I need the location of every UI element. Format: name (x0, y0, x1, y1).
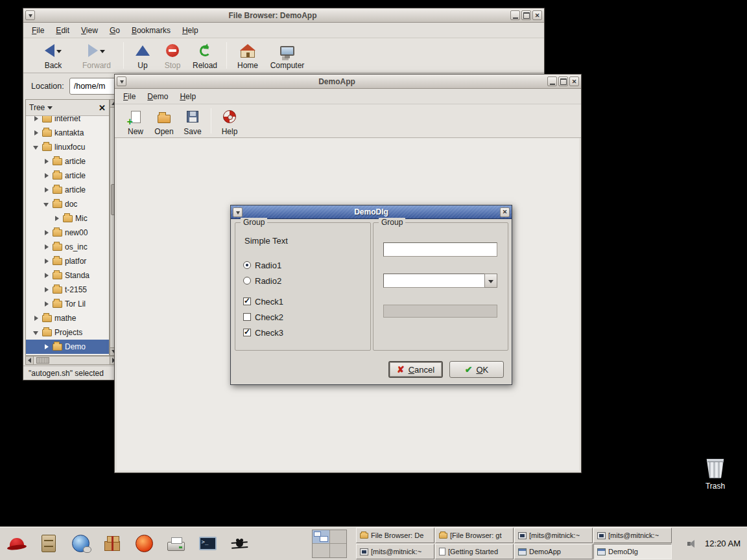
combo-value[interactable] (383, 274, 484, 288)
tree-item[interactable]: Mic (26, 211, 109, 226)
tree-item[interactable]: doc (26, 197, 109, 211)
tree-horizontal-scrollbar[interactable] (25, 356, 118, 365)
checkbox-option[interactable]: Check3 (243, 327, 283, 338)
checkbox-option[interactable]: Check1 (243, 296, 283, 307)
workspace-switcher[interactable] (312, 530, 347, 558)
close-button[interactable] (532, 10, 542, 20)
tree-item[interactable]: Standa (26, 268, 109, 283)
menu-edit[interactable]: Edit (50, 23, 75, 38)
text-field[interactable] (383, 242, 497, 257)
menu-help[interactable]: Help (174, 89, 202, 104)
radio-option[interactable]: Radio2 (243, 275, 281, 286)
close-button[interactable] (500, 207, 510, 217)
expander-icon[interactable] (33, 116, 40, 122)
tree-item[interactable]: kantakta (26, 126, 109, 140)
file-manager-launcher[interactable] (36, 530, 62, 557)
task-button[interactable]: [File Browser: gt (435, 528, 514, 543)
sidebar-header[interactable]: Tree ✕ (26, 100, 109, 116)
menu-bookmarks[interactable]: Bookmarks (126, 23, 176, 38)
task-button[interactable]: [mits@mitnick:~ (514, 528, 593, 543)
workspace-1[interactable] (313, 530, 329, 544)
demoapp-titlebar[interactable]: DemoApp (115, 75, 581, 89)
checkbox-option[interactable]: Check2 (243, 311, 283, 323)
tree-item[interactable]: linuxfocu (26, 140, 109, 154)
checkbox[interactable] (243, 313, 251, 321)
window-menu-button[interactable] (233, 207, 243, 217)
menu-help[interactable]: Help (176, 23, 204, 38)
combo-box[interactable] (383, 274, 497, 288)
open-button[interactable]: Open (150, 104, 178, 136)
close-button[interactable] (569, 76, 579, 86)
expander-icon[interactable] (54, 215, 61, 222)
expander-icon[interactable] (43, 244, 51, 251)
checkbox[interactable] (243, 298, 251, 305)
tree-item[interactable]: Tor Lil (26, 297, 109, 311)
expander-icon[interactable] (43, 172, 51, 180)
expander-icon[interactable] (43, 344, 51, 351)
task-button[interactable]: [Getting Started (435, 544, 514, 559)
radio-option[interactable]: Radio1 (243, 259, 281, 271)
menu-file[interactable]: File (117, 89, 141, 104)
scrollbar-thumb[interactable] (36, 357, 49, 364)
ok-button[interactable]: ✔ OK (449, 361, 504, 378)
combo-dropdown-icon[interactable] (484, 274, 497, 288)
trash-desktop-icon[interactable]: Trash (693, 458, 738, 491)
task-button[interactable]: DemoApp (514, 544, 593, 559)
menu-demo[interactable]: Demo (141, 89, 174, 104)
task-button[interactable]: [mits@mitnick:~ (356, 544, 434, 559)
maximize-button[interactable] (521, 10, 531, 20)
new-button[interactable]: New (121, 104, 150, 136)
tree-item[interactable]: new00 (26, 226, 109, 240)
expander-icon[interactable] (33, 315, 40, 322)
package-manager-launcher[interactable] (99, 530, 125, 557)
red-hat-menu-button[interactable] (4, 530, 30, 557)
expander-icon[interactable] (33, 144, 40, 151)
expander-icon[interactable] (43, 272, 51, 279)
maximize-button[interactable] (558, 76, 568, 86)
tree-item[interactable]: platfor (26, 254, 109, 268)
tree-item[interactable]: t-2155 (26, 283, 109, 297)
spider-launcher[interactable] (226, 530, 252, 557)
expander-icon[interactable] (43, 229, 51, 237)
radio-button[interactable] (243, 261, 251, 269)
menu-file[interactable]: File (26, 23, 50, 38)
help-button[interactable]: Help (215, 104, 244, 136)
sidebar-close-icon[interactable]: ✕ (99, 103, 106, 113)
expander-icon[interactable] (43, 187, 51, 194)
expander-icon[interactable] (43, 301, 51, 308)
stop-button[interactable]: Stop (158, 38, 187, 70)
cancel-button[interactable]: ✘ Cancel (388, 361, 443, 378)
task-button[interactable]: [mits@mitnick:~ (593, 528, 672, 543)
back-button[interactable]: Back (32, 38, 74, 70)
volume-icon[interactable] (687, 539, 698, 549)
terminal-launcher[interactable] (195, 530, 220, 557)
radio-button[interactable] (243, 277, 251, 285)
tree-item[interactable]: internet (26, 116, 109, 126)
workspace-2[interactable] (330, 530, 347, 544)
chevron-down-icon[interactable] (47, 106, 53, 110)
window-menu-button[interactable] (25, 10, 35, 20)
expander-icon[interactable] (43, 286, 51, 294)
demodlg-titlebar[interactable]: DemoDlg (231, 205, 512, 219)
expander-icon[interactable] (33, 130, 40, 137)
minimize-button[interactable] (510, 10, 520, 20)
tree-item[interactable]: article (26, 183, 109, 197)
expander-icon[interactable] (43, 258, 51, 265)
tree-item[interactable]: article (26, 154, 109, 169)
tree-item[interactable]: article (26, 169, 109, 183)
back-dropdown-icon[interactable] (56, 50, 62, 53)
minimize-button[interactable] (547, 76, 557, 86)
expander-icon[interactable] (43, 201, 51, 208)
forward-button[interactable]: Forward (74, 38, 119, 70)
trash-icon[interactable] (706, 458, 725, 478)
tree-item[interactable]: os_inc (26, 240, 109, 254)
expander-icon[interactable] (43, 158, 51, 165)
forward-dropdown-icon[interactable] (100, 50, 105, 53)
tree-item[interactable]: Projects (26, 325, 109, 340)
checkbox[interactable] (243, 329, 251, 336)
save-button[interactable]: Save (178, 104, 207, 136)
task-button-active[interactable]: DemoDlg (593, 544, 672, 559)
reload-button[interactable]: Reload (187, 38, 222, 70)
workspace-3[interactable] (313, 544, 329, 557)
mozilla-launcher[interactable] (131, 530, 157, 557)
